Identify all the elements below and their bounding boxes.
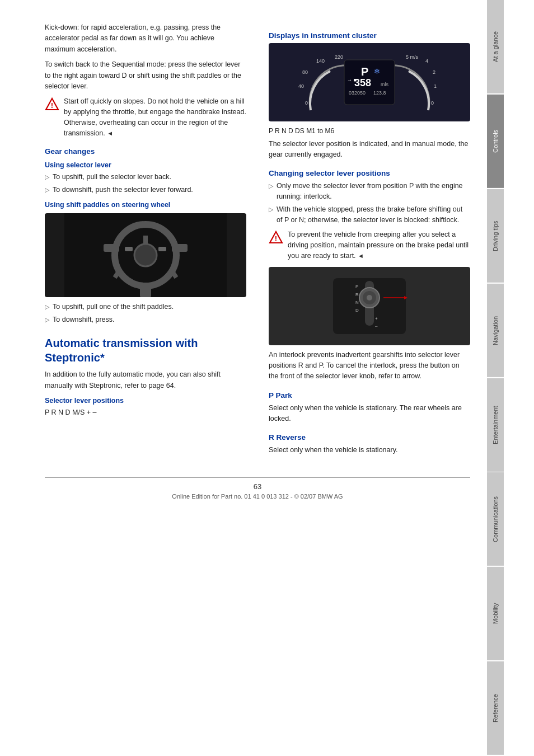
big-section-title: Automatic transmission with Steptronic* [45,336,246,365]
cluster-para: The selector lever position is indicated… [269,139,470,161]
svg-text:40: 40 [298,83,304,89]
svg-text:D: D [355,308,359,313]
instrument-cluster-image: 0 40 80 140 220 0 1 2 4 5 m/s [269,43,470,121]
selector-bullet-1: ▷ To upshift, pull the selector lever ba… [45,172,246,182]
footer-text: Online Edition for Part no. 01 41 0 013 … [45,493,470,500]
svg-text:0: 0 [431,100,434,106]
changing-bullet-2: ▷ With the vehicle stopped, press the br… [269,204,470,226]
sidebar-tab-controls[interactable]: Controls [487,95,504,188]
svg-text:80: 80 [302,69,308,75]
right-column: Displays in instrument cluster 0 40 80 1… [269,22,470,461]
sidebar: At a glance Controls Driving tips Naviga… [487,0,504,756]
svg-text:358: 358 [354,77,371,88]
main-content: Kick-down: for rapid acceleration, e.g. … [0,0,487,756]
svg-rect-9 [172,244,188,252]
steptronic-para: In addition to the fully automatic mode,… [45,369,246,391]
svg-text:123.8: 123.8 [373,90,386,96]
steering-wheel-image [45,213,246,297]
bullet-arrow-icon: ▷ [45,302,49,312]
sidebar-tab-at-a-glance[interactable]: At a glance [487,0,504,93]
svg-text:220: 220 [335,54,343,60]
page-number: 63 [45,482,470,491]
left-column: Kick-down: for rapid acceleration, e.g. … [45,22,252,461]
selector-lever-positions-heading: Selector lever positions [45,397,246,405]
warning-icon-1: ! [45,97,59,112]
svg-text:P: P [355,284,358,289]
p-park-text: Select only when the vehicle is stationa… [269,403,470,425]
sidebar-tab-driving-tips[interactable]: Driving tips [487,189,504,283]
svg-text:5 m/s: 5 m/s [406,54,419,60]
displays-in-cluster-heading: Displays in instrument cluster [269,31,470,40]
using-selector-lever-heading: Using selector lever [45,161,246,169]
svg-text:1: 1 [434,83,437,89]
svg-text:2: 2 [433,69,435,75]
sidebar-tab-reference[interactable]: Reference [487,661,504,755]
sequential-mode-para: To switch back to the Sequential mode: p… [45,59,246,92]
sidebar-tab-mobility[interactable]: Mobility [487,567,504,660]
interlock-para: An interlock prevents inadvertent gearsh… [269,350,470,382]
using-shift-paddles-heading: Using shift paddles on steering wheel [45,201,246,209]
selector-lever-positions-text: P R N D M/S + – [45,407,246,418]
svg-text:P: P [361,65,368,78]
bullet-arrow-icon: ▷ [45,185,49,195]
svg-text:!: ! [51,101,53,110]
svg-text:0: 0 [305,100,308,106]
two-col-layout: Kick-down: for rapid acceleration, e.g. … [45,22,470,461]
cluster-info-text: P R N D DS M1 to M6 [269,126,470,137]
bullet-arrow-icon: ▷ [45,172,49,182]
svg-text:→ ■: → ■ [347,77,357,83]
bullet-arrow-icon: ▷ [269,205,273,214]
svg-rect-10 [125,247,133,251]
bullet-arrow-icon: ▷ [45,315,49,325]
svg-point-4 [134,244,157,266]
svg-text:!: ! [275,234,277,243]
svg-rect-8 [104,244,119,252]
shift-paddle-bullet-2: ▷ To downshift, press. [45,314,246,325]
r-reverse-heading: R Reverse [269,433,470,442]
svg-text:032050: 032050 [349,90,366,96]
svg-text:4: 4 [425,58,428,64]
changing-bullet-1: ▷ Only move the selector lever from posi… [269,181,470,202]
p-park-heading: P Park [269,391,470,400]
bottom-bar: 63 Online Edition for Part no. 01 41 0 0… [45,477,470,500]
svg-text:N: N [355,300,359,305]
svg-text:140: 140 [316,58,325,64]
shift-paddle-bullet-1: ▷ To upshift, pull one of the shift padd… [45,302,246,312]
sidebar-tab-navigation[interactable]: Navigation [487,284,504,377]
warning-box-2: ! To prevent the vehicle from creeping a… [269,229,470,261]
gear-selector-image: P R N D + – [269,267,470,345]
warning-icon-2: ! [269,231,283,245]
page-wrapper: Kick-down: for rapid acceleration, e.g. … [0,0,534,756]
svg-rect-12 [140,285,151,297]
svg-rect-11 [158,247,166,251]
warning-text-2: To prevent the vehicle from creeping aft… [288,229,470,261]
changing-selector-heading: Changing selector lever positions [269,169,470,177]
warning-text-1: Start off quickly on slopes. Do not hold… [64,96,246,138]
svg-text:–: – [375,323,378,328]
svg-point-39 [367,295,372,300]
svg-text:mls: mls [381,82,388,87]
gear-changes-heading: Gear changes [45,147,246,156]
svg-text:❄: ❄ [374,67,380,76]
kickdown-para-1: Kick-down: for rapid acceleration, e.g. … [45,22,246,55]
warning-box-1: ! Start off quickly on slopes. Do not ho… [45,96,246,138]
svg-text:R: R [355,292,359,297]
bullet-arrow-icon: ▷ [269,181,273,191]
selector-bullet-2: ▷ To downshift, push the selector lever … [45,185,246,195]
sidebar-tab-entertainment[interactable]: Entertainment [487,378,504,472]
r-reverse-text: Select only when the vehicle is stationa… [269,445,470,456]
svg-text:+: + [375,316,378,321]
sidebar-tab-communications[interactable]: Communications [487,472,504,566]
